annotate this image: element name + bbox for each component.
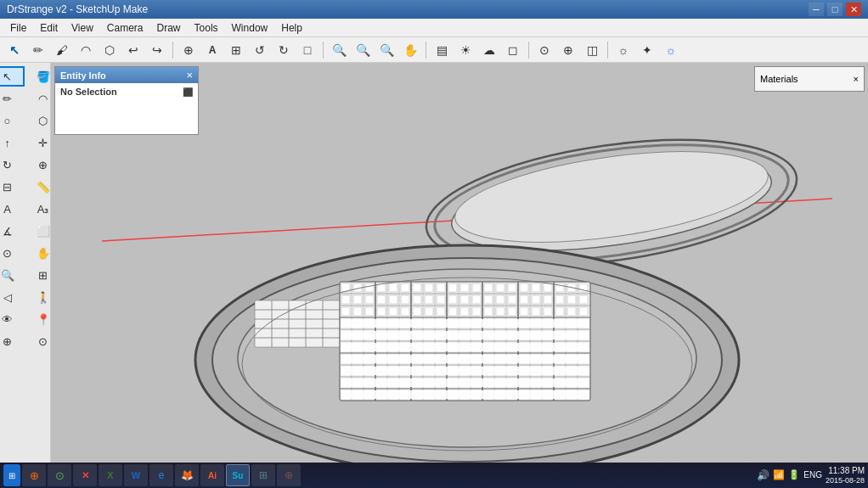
svg-rect-111 [341,319,589,328]
tool-style2[interactable]: ✦ [636,40,658,60]
sidebar-scale[interactable]: ⊕ [26,154,52,175]
tool-style3[interactable]: ☼ [660,40,682,60]
materials-close[interactable]: × [854,74,859,84]
tool-terrain[interactable]: ◫ [581,40,603,60]
tool-shape[interactable]: ⬡ [99,40,121,60]
sidebar-zoom2[interactable]: 🔍 [0,265,25,285]
tool-arc[interactable]: ◠ [75,40,97,60]
sidebar-section[interactable]: ⬜ [26,221,52,241]
menu-window[interactable]: Window [225,20,275,36]
svg-rect-91 [353,307,362,316]
sidebar-rotate[interactable]: ↻ [0,154,25,175]
sidebar-circle[interactable]: ○ [0,110,25,131]
tool-redo[interactable]: ↪ [146,40,168,60]
sidebar-polygon[interactable]: ⬡ [26,110,52,131]
sidebar-pan2[interactable]: ✋ [26,243,52,263]
svg-rect-80 [472,295,481,304]
tool-section[interactable]: ↻ [273,40,295,60]
taskbar-sketchup[interactable]: Su [226,464,250,486]
sidebar-pushpull[interactable]: ↑ [0,132,25,153]
svg-rect-108 [555,307,564,316]
maximize-button[interactable]: □ [827,3,843,16]
sep4 [528,42,529,59]
taskbar-word[interactable]: W [124,464,148,486]
sidebar-zoomfit[interactable]: ⊞ [26,265,52,285]
tool-brush[interactable]: 🖌 [51,40,73,60]
taskbar-network[interactable]: 📶 [773,469,785,480]
taskbar-app11[interactable]: ⊞ [251,464,275,486]
menu-camera[interactable]: Camera [100,20,150,36]
menu-tools[interactable]: Tools [188,20,225,36]
sidebar-dims[interactable]: A [0,199,25,219]
tool-match[interactable]: ◻ [502,40,524,60]
tool-zoom-extents[interactable]: 🔍 [375,40,397,60]
svg-rect-110 [579,307,588,316]
sidebar-tape[interactable]: 📏 [26,177,52,197]
sidebar-pencil[interactable]: ✏ [0,88,25,109]
sidebar-3dtext[interactable]: A₃ [26,199,52,219]
svg-rect-116 [341,379,589,387]
sidebar-arc[interactable]: ◠ [26,88,52,109]
tool-dims[interactable]: ⊞ [225,40,247,60]
tool-select[interactable]: ↖ [3,40,25,60]
tool-zoom-out[interactable]: 🔍 [352,40,374,60]
sidebar-walk[interactable]: 🚶 [26,287,52,307]
tool-geo-loc[interactable]: ⊙ [533,40,555,60]
svg-rect-113 [341,343,589,351]
sidebar-offset[interactable]: ⊟ [0,177,25,197]
sidebar-layers[interactable]: ⊙ [26,331,52,351]
taskbar-app3[interactable]: ✕ [73,464,97,486]
sidebar-position[interactable]: 📍 [26,309,52,329]
svg-rect-88 [567,295,576,304]
tool-style1[interactable]: ☼ [612,40,634,60]
sidebar-angle[interactable]: ∡ [0,221,25,241]
tool-undo[interactable]: ↩ [122,40,144,60]
tool-scenes[interactable]: ▤ [431,40,453,60]
menu-help[interactable]: Help [274,20,309,36]
taskbar-app2[interactable]: ⊙ [48,464,71,486]
tool-3dtext[interactable]: ↺ [249,40,271,60]
taskbar-volume[interactable]: 🔊 [757,469,769,481]
menu-edit[interactable]: Edit [33,20,65,36]
taskbar-firefox[interactable]: 🦊 [175,464,199,486]
svg-rect-109 [567,307,576,316]
taskbar-app-search[interactable]: ⊕ [22,464,46,486]
start-button[interactable]: ⊞ [3,464,20,486]
sidebar-move[interactable]: ✛ [26,132,52,153]
tool-pencil[interactable]: ✏ [27,40,49,60]
taskbar-ie[interactable]: e [149,464,173,486]
sidebar-orbit[interactable]: ⊙ [0,243,25,263]
entity-info-scroll-btn[interactable]: ⬛ [183,87,193,97]
tool-axes-btn[interactable]: □ [296,40,318,60]
taskbar-excel[interactable]: X [99,464,122,486]
minimize-button[interactable]: ─ [809,3,824,16]
sidebar-lookaround[interactable]: 👁 [0,309,25,329]
tool-shadow[interactable]: ☀ [454,40,476,60]
svg-rect-59 [472,283,481,292]
tool-fog[interactable]: ☁ [478,40,500,60]
canvas-area[interactable]: Entity Info × No Selection ⬛ Materials × [51,63,868,464]
tool-component[interactable]: ⊕ [178,40,200,60]
sidebar-select[interactable]: ↖ [0,66,25,87]
svg-rect-114 [341,355,589,363]
sidebar-paint[interactable]: 🪣 [26,66,52,87]
svg-rect-79 [460,295,469,304]
tool-add-loc[interactable]: ⊕ [557,40,579,60]
entity-info-title: Entity Info [60,70,106,81]
titlebar: DrStrange v2 - SketchUp Make ─ □ ✕ [0,0,868,19]
tool-text-tool[interactable]: A [201,40,223,60]
menu-view[interactable]: View [65,20,100,36]
sidebar-prevview[interactable]: ◁ [0,287,25,307]
tool-zoom-in[interactable]: 🔍 [328,40,350,60]
taskbar-illustrator[interactable]: Ai [200,464,224,486]
sidebar-addloc[interactable]: ⊕ [0,331,25,351]
taskbar-battery[interactable]: 🔋 [788,469,800,480]
entity-info-close[interactable]: × [186,69,193,81]
tool-pan-btn[interactable]: ✋ [399,40,421,60]
menu-file[interactable]: File [3,20,33,36]
menu-draw[interactable]: Draw [150,20,188,36]
close-button[interactable]: ✕ [846,3,861,16]
svg-rect-74 [401,295,409,304]
svg-rect-75 [413,295,421,304]
taskbar-app12[interactable]: ⊕ [277,464,301,486]
